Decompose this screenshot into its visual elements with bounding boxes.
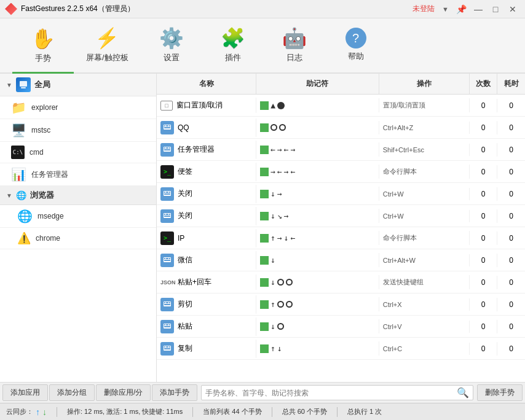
total-gestures-section: 总共 60 个手势 xyxy=(282,407,327,416)
current-list-text: 当前列表 44 个手势 xyxy=(203,407,261,416)
sidebar-item-explorer[interactable]: 📁 explorer xyxy=(0,96,156,119)
row-time-8: 0 xyxy=(497,254,525,267)
tab-logs[interactable]: 🤖 日志 xyxy=(264,18,325,72)
row-shortcut-6: ↓ ↘ → xyxy=(256,209,379,223)
svg-rect-36 xyxy=(164,326,170,327)
table-row[interactable]: 任务管理器 ← → ← → Shif+Ctrl+Esc 0 0 xyxy=(157,139,525,161)
table-row[interactable]: JSON 粘贴+回车 ↓ 发送快捷键组 0 0 xyxy=(157,271,525,294)
tab-bar: ✋ 手势 ⚡ 屏幕/触控板 ⚙️ 设置 🧩 插件 🤖 日志 ? 帮助 xyxy=(0,18,525,74)
app-title: FastGestures 2.2.5 x64（管理员） xyxy=(21,4,135,14)
row-action-1: 置顶/取消置顶 xyxy=(379,98,470,112)
delete-app-button[interactable]: 删除应用/分 xyxy=(96,384,151,401)
sidebar-item-mstsc[interactable]: 🖥️ mstsc xyxy=(0,119,156,142)
mstsc-icon: 🖥️ xyxy=(11,123,26,138)
close-button[interactable]: ✕ xyxy=(505,2,520,17)
taskmgr-icon: 📊 xyxy=(11,167,26,182)
tab-settings-label: 设置 xyxy=(164,52,180,63)
sync-section: 云同步： ↑ ↓ xyxy=(6,407,47,417)
app-logo xyxy=(5,3,17,15)
row-action-8: Ctrl+Alt+W xyxy=(379,254,470,266)
row-action-10: Ctrl+X xyxy=(379,298,470,311)
svg-rect-9 xyxy=(166,147,168,149)
svg-rect-14 xyxy=(166,192,168,193)
svg-rect-41 xyxy=(164,348,170,349)
sidebar-item-cmd[interactable]: C:\ cmd xyxy=(0,142,156,163)
table-row[interactable]: 剪切 ↑ Ctrl+X 0 0 xyxy=(157,294,525,316)
svg-rect-3 xyxy=(164,125,165,126)
table-area: 名称 助记符 操作 次数 耗时 □ 窗口置顶/取消 ▲ 置顶/取消置顶 0 xyxy=(157,74,525,382)
sidebar-item-taskmgr[interactable]: 📊 任务管理器 xyxy=(0,163,156,186)
delete-gesture-button[interactable]: 删除手势 xyxy=(477,384,523,401)
sidebar: ▼ 全局 📁 explorer 🖥️ mstsc C:\ cmd 📊 任务管理器 xyxy=(0,74,157,382)
tab-gestures[interactable]: ✋ 手势 xyxy=(12,20,74,74)
row-shortcut-10: ↑ xyxy=(256,297,379,311)
row-time-12: 0 xyxy=(497,342,525,356)
svg-rect-31 xyxy=(164,304,170,305)
table-header: 名称 助记符 操作 次数 耗时 xyxy=(157,74,525,95)
th-count: 次数 xyxy=(470,74,497,94)
search-area: 🔍 xyxy=(201,385,473,400)
dropdown-arrow[interactable]: ▼ xyxy=(442,6,449,13)
table-row[interactable]: >_ 便签 → ← → ← 命令行脚本 0 0 xyxy=(157,161,525,183)
global-icon xyxy=(16,77,31,92)
table-row[interactable]: 复制 ↑ ↓ Ctrl+C 0 0 xyxy=(157,338,525,360)
tab-plugins[interactable]: 🧩 插件 xyxy=(202,18,264,72)
row-count-5: 0 xyxy=(470,187,497,201)
svg-rect-34 xyxy=(166,324,168,325)
row-name-9: JSON 粘贴+回车 xyxy=(157,274,256,290)
maximize-button[interactable]: □ xyxy=(488,2,503,17)
sync-down-icon[interactable]: ↓ xyxy=(42,407,47,417)
sync-up-icon[interactable]: ↑ xyxy=(36,407,40,417)
minimize-button[interactable]: — xyxy=(471,2,486,17)
row-time-6: 0 xyxy=(497,209,525,223)
gear-icon: ⚙️ xyxy=(159,26,184,50)
table-row[interactable]: 关闭 ↓ → Ctrl+W 0 0 xyxy=(157,183,525,205)
add-app-button[interactable]: 添加应用 xyxy=(2,384,48,401)
row-count-11: 0 xyxy=(470,320,497,333)
table-row[interactable]: 粘贴 ↓ Ctrl+V 0 0 xyxy=(157,316,525,338)
table-row[interactable]: QQ Ctrl+Alt+Z 0 0 xyxy=(157,117,525,139)
title-bar-right: 未登陆 ▼ 📌 — □ ✕ xyxy=(412,2,520,17)
hand-icon: ✋ xyxy=(31,27,55,50)
tab-help[interactable]: ? 帮助 xyxy=(325,18,387,72)
sidebar-group-browser[interactable]: ▼ 🌐 浏览器 xyxy=(0,186,156,205)
sidebar-group-global[interactable]: ▼ 全局 xyxy=(0,74,156,96)
row-count-2: 0 xyxy=(470,121,497,134)
row-time-2: 0 xyxy=(497,121,525,134)
explorer-label: explorer xyxy=(31,103,58,112)
table-row[interactable]: 关闭 ↓ ↘ → Ctrl+W 0 0 xyxy=(157,205,525,227)
total-exec-section: 总执行 1 次 xyxy=(347,407,382,416)
term-icon: >_ xyxy=(160,165,174,179)
row-shortcut-11: ↓ xyxy=(256,319,379,333)
current-list-section: 当前列表 44 个手势 xyxy=(203,407,261,416)
add-gesture-button[interactable]: 添加手势 xyxy=(152,384,197,401)
tab-settings[interactable]: ⚙️ 设置 xyxy=(141,18,202,72)
sidebar-item-chrome[interactable]: ⚠️ chrome xyxy=(0,228,156,249)
search-icon[interactable]: 🔍 xyxy=(457,387,469,399)
svg-rect-20 xyxy=(169,214,170,215)
pin-button[interactable]: 📌 xyxy=(454,2,468,17)
kbd-icon xyxy=(160,187,174,201)
row-name-6: 关闭 xyxy=(157,207,256,225)
table-row[interactable]: >_ IP ↑ → ↓ ← 命令行脚本 0 0 xyxy=(157,227,525,249)
tab-screen[interactable]: ⚡ 屏幕/触控板 xyxy=(74,18,141,72)
add-group-button[interactable]: 添加分组 xyxy=(49,384,95,401)
row-time-7: 0 xyxy=(497,231,525,245)
row-name-2: QQ xyxy=(157,119,256,137)
taskmgr-label: 任务管理器 xyxy=(31,169,68,180)
svg-rect-39 xyxy=(166,346,168,348)
table-row[interactable]: □ 窗口置顶/取消 ▲ 置顶/取消置顶 0 0 xyxy=(157,95,525,117)
svg-rect-28 xyxy=(164,302,165,303)
th-time: 耗时 xyxy=(497,74,525,94)
sidebar-item-msedge[interactable]: 🌐 msedge xyxy=(0,205,156,228)
title-bar: FastGestures 2.2.5 x64（管理员） 未登陆 ▼ 📌 — □ … xyxy=(0,0,525,18)
row-time-5: 0 xyxy=(497,187,525,201)
total-gestures-text: 总共 60 个手势 xyxy=(282,407,327,416)
row-count-4: 0 xyxy=(470,165,497,179)
folder-icon: 📁 xyxy=(11,100,26,115)
login-status[interactable]: 未登陆 xyxy=(412,4,435,14)
row-name-8: 微信 xyxy=(157,251,256,270)
cmd-label: cmd xyxy=(30,148,44,157)
search-input[interactable] xyxy=(205,389,454,397)
table-row[interactable]: 微信 ↓ Ctrl+Alt+W 0 0 xyxy=(157,249,525,271)
